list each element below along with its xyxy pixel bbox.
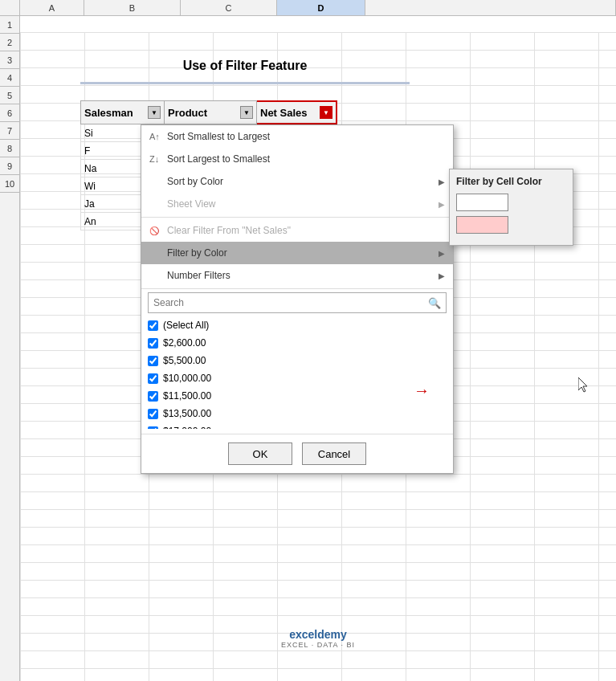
header-netsales: Net Sales ▼ (257, 100, 337, 124)
menu-sort-asc[interactable]: A↑ Sort Smallest to Largest (141, 125, 453, 148)
sheet-view-label: Sheet View (167, 198, 439, 210)
product-filter-btn[interactable]: ▼ (240, 106, 253, 119)
menu-divider-1 (141, 217, 453, 218)
checkbox-item[interactable]: $11,500.00 (148, 387, 447, 405)
col-header-empty (0, 0, 20, 15)
search-input[interactable] (153, 297, 428, 308)
col-header-b: B (84, 0, 181, 15)
header-product: Product ▼ (165, 100, 257, 124)
row-3: 3 (0, 51, 19, 69)
sort-color-arrow: ▶ (439, 177, 445, 186)
check-2600-label: $2,600.00 (163, 337, 206, 349)
dialog-buttons: OK Cancel (141, 434, 453, 473)
menu-clear-filter[interactable]: 🚫 Clear Filter From "Net Sales" (141, 219, 453, 242)
content-area: Use of Filter Feature Salesman ▼ Product… (20, 32, 616, 681)
check-10000[interactable] (148, 373, 158, 384)
row-6: 6 (0, 104, 19, 122)
checkbox-item[interactable]: $2,600.00 (148, 334, 447, 352)
check-11500-label: $11,500.00 (163, 390, 211, 402)
submenu-filter-color: Filter by Cell Color (449, 169, 573, 246)
check-5500-label: $5,500.00 (163, 355, 206, 366)
col-header-rest (365, 0, 616, 15)
sort-desc-icon: Z↓ (149, 155, 167, 164)
row-1: 1 (0, 16, 19, 34)
check-2600[interactable] (148, 338, 158, 349)
red-arrow-indicator: → (414, 381, 430, 400)
row-headers: 1 2 3 4 5 6 7 8 9 10 (0, 16, 20, 681)
checkbox-item[interactable]: $5,500.00 (148, 352, 447, 369)
number-filters-arrow: ▶ (439, 271, 445, 280)
title-underline (80, 82, 410, 84)
checkbox-select-all[interactable]: (Select All) (148, 316, 447, 334)
check-13500[interactable] (148, 409, 158, 419)
menu-divider-2 (141, 288, 453, 289)
watermark-sub: EXCEL · DATA · BI (281, 641, 355, 649)
netsales-filter-btn[interactable]: ▼ (320, 106, 332, 119)
checkbox-item[interactable]: $13,500.00 (148, 405, 447, 422)
cancel-button[interactable]: Cancel (302, 442, 366, 465)
menu-sort-color[interactable]: Sort by Color ▶ (141, 170, 453, 193)
row-5: 5 (0, 87, 19, 104)
salesman-label: Salesman (84, 107, 133, 119)
row-4: 4 (0, 69, 19, 87)
checkbox-item[interactable]: $17,000.00 (148, 422, 447, 429)
menu-number-filters[interactable]: Number Filters ▶ (141, 264, 453, 287)
col-header-c: C (181, 0, 277, 15)
row-8: 8 (0, 140, 19, 157)
table-header-row: Salesman ▼ Product ▼ Net Sales ▼ (80, 100, 337, 124)
sort-asc-icon: A↑ (149, 133, 167, 141)
row-10: 10 (0, 175, 19, 193)
check-5500[interactable] (148, 356, 158, 366)
checkbox-list: (Select All) $2,600.00 $5,500.00 $10,000… (141, 316, 453, 429)
salesman-filter-btn[interactable]: ▼ (148, 106, 161, 119)
filter-color-label: Filter by Color (167, 247, 439, 259)
clear-filter-icon: 🚫 (149, 226, 167, 235)
arrow-icon: → (414, 381, 430, 400)
sort-desc-label: Sort Largest to Smallest (167, 153, 445, 165)
sort-asc-label: Sort Smallest to Largest (167, 131, 445, 142)
check-select-all-label: (Select All) (163, 320, 209, 331)
sheet-view-arrow: ▶ (439, 200, 445, 209)
watermark: exceldemy EXCEL · DATA · BI (281, 628, 355, 649)
netsales-label: Net Sales (260, 107, 308, 119)
menu-sheet-view[interactable]: Sheet View ▶ (141, 193, 453, 215)
check-select-all[interactable] (148, 320, 158, 331)
check-11500[interactable] (148, 391, 158, 402)
grid-area: 1 2 3 4 5 6 7 8 9 10 Use of Filter Featu… (0, 16, 616, 681)
menu-sort-desc[interactable]: Z↓ Sort Largest to Smallest (141, 148, 453, 170)
filter-color-arrow: ▶ (439, 249, 445, 258)
filter-dropdown: A↑ Sort Smallest to Largest Z↓ Sort Larg… (141, 124, 454, 474)
search-box[interactable]: 🔍 (148, 292, 447, 313)
check-17000-label: $17,000.00 (163, 426, 211, 429)
ok-button[interactable]: OK (228, 442, 292, 465)
col-header-a: A (20, 0, 84, 15)
swatch-white[interactable] (456, 194, 508, 211)
spreadsheet-title: Use of Filter Feature (80, 50, 410, 82)
number-filters-label: Number Filters (167, 270, 439, 281)
swatch-pink[interactable] (456, 216, 508, 234)
checkbox-item[interactable]: $10,000.00 (148, 369, 447, 387)
check-13500-label: $13,500.00 (163, 408, 211, 419)
row-7: 7 (0, 122, 19, 140)
col-header-d: D (277, 0, 365, 15)
header-salesman: Salesman ▼ (80, 100, 165, 124)
sort-color-label: Sort by Color (167, 176, 439, 187)
check-17000[interactable] (148, 426, 158, 430)
submenu-title: Filter by Cell Color (456, 176, 566, 187)
cursor (578, 377, 589, 396)
watermark-logo: exceldemy (281, 628, 355, 641)
row-2: 2 (0, 34, 19, 51)
check-10000-label: $10,000.00 (163, 373, 211, 384)
menu-filter-color[interactable]: Filter by Color ▶ (141, 242, 453, 264)
row-9: 9 (0, 157, 19, 175)
product-label: Product (168, 107, 207, 119)
spreadsheet: A B C D 1 2 3 4 5 6 7 8 9 10 Use of Filt… (0, 0, 616, 681)
search-icon: 🔍 (428, 297, 441, 309)
clear-filter-label: Clear Filter From "Net Sales" (167, 225, 445, 236)
col-header-row: A B C D (0, 0, 616, 16)
